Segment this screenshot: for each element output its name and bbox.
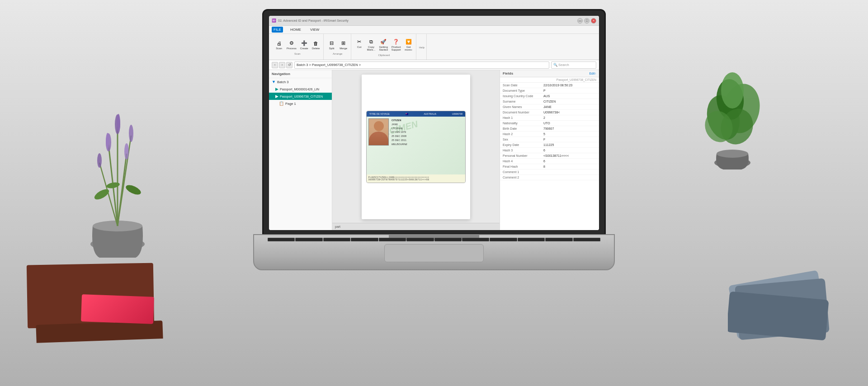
- delete-button[interactable]: 🗑 Delete: [311, 39, 321, 51]
- field-label: Hash 1: [503, 116, 543, 119]
- pink-item: [81, 294, 154, 324]
- nav-forward-button[interactable]: ›: [279, 62, 285, 68]
- field-row: Document NumberU0996738<: [500, 110, 599, 115]
- svg-point-18: [717, 150, 748, 158]
- menu-view[interactable]: VIEW: [308, 27, 321, 33]
- field-label: Personal Number: [503, 154, 543, 157]
- laptop-lid: 🆔 02. Advanced ID and Passport - IRISmar…: [262, 9, 606, 235]
- merge-icon: ⊞: [340, 40, 347, 47]
- field-label: Expiry Date: [503, 143, 543, 146]
- create-icon: ➕: [301, 40, 308, 47]
- field-value[interactable]: 6: [543, 149, 596, 152]
- field-value[interactable]: 22/10/2019 08:50:23: [543, 84, 596, 87]
- svg-point-11: [124, 143, 129, 160]
- svg-point-10: [117, 114, 120, 132]
- copy-icon: ⧉: [368, 38, 375, 46]
- svg-point-12: [97, 153, 102, 168]
- title-bar-controls[interactable]: — □ ×: [577, 18, 596, 24]
- scan-button[interactable]: 🖨 Scan: [274, 39, 284, 51]
- scan-icon: 🖨: [275, 40, 283, 47]
- field-label: Comment 1: [503, 170, 543, 174]
- nav-item-passport-u[interactable]: ▶ Passport_U0996738_CITIZEN: [269, 93, 332, 100]
- field-value[interactable]: AUS: [543, 94, 596, 98]
- passport-title-left: TITRE DE VOYAGE: [369, 113, 390, 115]
- field-value[interactable]: <S00138711<<<<: [543, 154, 596, 157]
- batch3-icon: ▼: [272, 80, 276, 84]
- field-value[interactable]: F: [543, 138, 596, 141]
- laptop-screen: 🆔 02. Advanced ID and Passport - IRISmar…: [269, 16, 599, 230]
- getting-started-label: GettingStarted: [379, 46, 387, 51]
- close-button[interactable]: ×: [591, 18, 596, 24]
- nav-item-batch3[interactable]: ▼ Batch 3: [269, 78, 332, 85]
- book-top: [36, 320, 163, 343]
- place-info: MELBOURNE: [392, 142, 463, 146]
- doc-viewer: TITRE DE VOYAGE 🇦🇺 AUSTRALIA U0996738 SP…: [332, 70, 500, 230]
- nav-back-button[interactable]: ‹: [272, 62, 278, 68]
- address-nav-buttons: ‹ › ↺: [272, 62, 292, 68]
- field-value[interactable]: P: [543, 89, 596, 92]
- nav-refresh-button[interactable]: ↺: [286, 62, 292, 68]
- title-bar-path: 02. Advanced ID and Passport - IRISmart …: [278, 19, 349, 22]
- field-value[interactable]: 111225: [543, 143, 596, 146]
- field-row: Hash 12: [500, 115, 599, 121]
- cut-button[interactable]: ✂ Cut: [354, 38, 365, 52]
- field-value[interactable]: 2: [543, 116, 596, 119]
- product-support-button[interactable]: ❓ ProductSupport: [390, 38, 402, 52]
- field-value[interactable]: U0996738<: [543, 111, 596, 114]
- nav-item-passport-m[interactable]: ▶ Passport_M000001426_LIN: [269, 85, 332, 93]
- process-button[interactable]: ⚙ Process: [285, 39, 298, 51]
- ribbon: 🖨 Scan ⚙ Process ➕ Create: [269, 34, 599, 60]
- field-label: Scan Date: [503, 84, 543, 87]
- fields-edit-button[interactable]: Edit↑: [589, 72, 596, 75]
- field-label: Hash 4: [503, 160, 543, 163]
- field-value[interactable]: UTO: [543, 122, 596, 125]
- title-bar-left: 🆔 02. Advanced ID and Passport - IRISmar…: [272, 19, 349, 23]
- field-row: Birth Date790607: [500, 126, 599, 132]
- field-row: NationalityUTO: [500, 121, 599, 126]
- delete-label: Delete: [312, 47, 320, 50]
- field-value[interactable]: 6: [543, 160, 596, 163]
- field-label: Document Number: [503, 111, 543, 114]
- field-label: Nationality: [503, 122, 543, 125]
- get-more-button[interactable]: 🔽 Getmore+: [403, 38, 414, 52]
- cut-label: Cut: [357, 46, 361, 48]
- fields-source: Passport_U0996738_CITIZEN: [500, 77, 599, 83]
- ribbon-clipboard-buttons: ✂ Cut ⧉ CopyMore... 🚀 GettingStarted: [354, 38, 414, 52]
- split-icon: ⊟: [328, 40, 335, 47]
- key: [323, 238, 350, 241]
- laptop-trackpad[interactable]: [384, 244, 484, 262]
- search-box[interactable]: 🔍 Search: [551, 61, 596, 69]
- field-label: Given Names: [503, 105, 543, 108]
- field-label: Hash 3: [503, 149, 543, 152]
- field-value[interactable]: JANE: [543, 105, 596, 108]
- create-button[interactable]: ➕ Create: [299, 39, 310, 51]
- maximize-button[interactable]: □: [584, 18, 590, 24]
- menu-file[interactable]: FILE: [272, 27, 283, 33]
- ribbon-clipboard-group: ✂ Cut ⧉ CopyMore... 🚀 GettingStarted: [352, 34, 416, 60]
- field-row: SexF: [500, 137, 599, 142]
- field-value[interactable]: 790607: [543, 127, 596, 130]
- getting-started-icon: 🚀: [380, 38, 387, 46]
- split-button[interactable]: ⊟ Split: [326, 39, 337, 51]
- menu-home[interactable]: HOME: [288, 27, 303, 33]
- nav-header: Navigation: [269, 70, 332, 78]
- field-value[interactable]: 8: [543, 165, 596, 168]
- field-label: Comment 2: [503, 176, 543, 179]
- field-value[interactable]: 5: [543, 132, 596, 136]
- field-row: Personal Number<S00138711<<<<: [500, 153, 599, 159]
- field-label: Hash 2: [503, 132, 543, 136]
- getting-started-button[interactable]: 🚀 GettingStarted: [377, 38, 389, 52]
- laptop: 🆔 02. Advanced ID and Passport - IRISmar…: [253, 9, 615, 353]
- nav-item-page1[interactable]: 📋 Page 1: [269, 100, 332, 107]
- doc-page: TITRE DE VOYAGE 🇦🇺 AUSTRALIA U0996738 SP…: [362, 75, 470, 219]
- plant-left: [54, 54, 181, 271]
- field-label: Document Type: [503, 89, 543, 92]
- merge-button[interactable]: ⊞ Merge: [338, 39, 349, 51]
- copy-button[interactable]: ⧉ CopyMore...: [366, 38, 377, 52]
- minimize-button[interactable]: —: [577, 18, 583, 24]
- field-value[interactable]: CITIZEN: [543, 100, 596, 103]
- nav-panel: Navigation ▼ Batch 3 ▶ Passport_M0000014…: [269, 70, 332, 230]
- key: [462, 238, 489, 241]
- scan-label: Scan: [276, 47, 282, 50]
- get-more-icon: 🔽: [405, 38, 412, 46]
